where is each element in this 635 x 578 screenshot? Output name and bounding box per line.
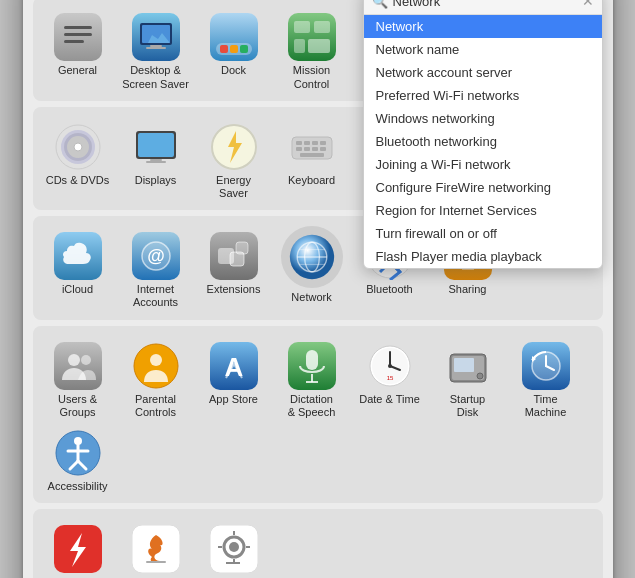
extensions-label: Extensions [207, 283, 261, 296]
users-label: Users &Groups [58, 393, 97, 419]
svg-rect-108 [146, 561, 166, 563]
search-icon: 🔍 [372, 0, 388, 9]
system-icons-grid: Users &Groups ParentalControls [39, 336, 597, 498]
svg-rect-7 [150, 45, 162, 47]
svg-rect-41 [320, 141, 326, 145]
accessibility-pref[interactable]: Accessibility [39, 423, 117, 497]
svg-rect-40 [312, 141, 318, 145]
timemachine-label: TimeMachine [525, 393, 567, 419]
network-highlight [281, 226, 343, 288]
svg-rect-35 [146, 161, 166, 163]
search-result-preferred-wifi[interactable]: Preferred Wi-Fi networks [364, 84, 602, 107]
svg-rect-46 [300, 153, 324, 157]
dictation-icon [288, 342, 336, 390]
search-result-flash-player[interactable]: Flash Player media playback [364, 245, 602, 268]
appstore-icon: A [210, 342, 258, 390]
accessibility-label: Accessibility [48, 480, 108, 493]
java-pref[interactable]: Java [117, 519, 195, 578]
search-result-region-internet[interactable]: Region for Internet Services [364, 199, 602, 222]
search-dropdown: 🔍 Network ✕ Network Network name Network… [363, 0, 603, 269]
svg-rect-73 [54, 342, 102, 390]
appstore-pref[interactable]: A App Store [195, 336, 273, 423]
displays-icon [132, 123, 180, 171]
clear-search-button[interactable]: ✕ [582, 0, 594, 9]
svg-point-74 [68, 354, 80, 366]
system-section: Users &Groups ParentalControls [33, 326, 603, 504]
desktop-label: Desktop &Screen Saver [122, 64, 189, 90]
datetime-icon: 15 [366, 342, 414, 390]
svg-rect-43 [304, 147, 310, 151]
internet-accounts-label: InternetAccounts [133, 283, 178, 309]
search-result-network-account-server[interactable]: Network account server [364, 61, 602, 84]
startup-pref[interactable]: StartupDisk [429, 336, 507, 423]
system-preferences-window: ‹ › ⊞ System Preferences 🔍 Network ✕ Net… [23, 0, 613, 578]
cds-pref[interactable]: CDs & DVDs [39, 117, 117, 204]
svg-point-92 [477, 373, 483, 379]
keyboard-label: Keyboard [288, 174, 335, 187]
datetime-pref[interactable]: 15 Date & Time [351, 336, 429, 423]
keyboard-pref[interactable]: Keyboard [273, 117, 351, 204]
dictation-pref[interactable]: Dictation& Speech [273, 336, 351, 423]
search-result-bluetooth-networking[interactable]: Bluetooth networking [364, 130, 602, 153]
svg-rect-93 [454, 358, 474, 372]
logitech-pref[interactable]: Control Center [195, 519, 273, 578]
appstore-label: App Store [209, 393, 258, 406]
search-result-network[interactable]: Network [364, 15, 602, 38]
displays-pref[interactable]: Displays [117, 117, 195, 204]
startup-icon [444, 342, 492, 390]
svg-rect-42 [296, 147, 302, 151]
svg-rect-15 [294, 21, 310, 33]
search-result-joining-wifi[interactable]: Joining a Wi-Fi network [364, 153, 602, 176]
timemachine-pref[interactable]: TimeMachine [507, 336, 585, 423]
dock-icon [210, 13, 258, 61]
logitech-icon [210, 525, 258, 573]
svg-rect-1 [64, 26, 92, 29]
search-results-list: Network Network name Network account ser… [364, 15, 602, 268]
search-result-firewall[interactable]: Turn firewall on or off [364, 222, 602, 245]
network-label: Network [291, 291, 331, 304]
keyboard-icon [288, 123, 336, 171]
dock-pref[interactable]: Dock [195, 7, 273, 94]
flashplayer-icon [54, 525, 102, 573]
svg-rect-39 [304, 141, 310, 145]
svg-rect-11 [220, 45, 228, 53]
mission-pref[interactable]: MissionControl [273, 7, 351, 94]
svg-rect-38 [296, 141, 302, 145]
parental-pref[interactable]: ParentalControls [117, 336, 195, 423]
search-result-firewire[interactable]: Configure FireWire networking [364, 176, 602, 199]
svg-rect-16 [314, 21, 330, 33]
sharing-label: Sharing [449, 283, 487, 296]
search-result-network-name[interactable]: Network name [364, 38, 602, 61]
datetime-label: Date & Time [359, 393, 420, 406]
general-pref[interactable]: General [39, 7, 117, 94]
parental-label: ParentalControls [135, 393, 176, 419]
mission-icon [288, 13, 336, 61]
svg-rect-14 [288, 13, 336, 61]
cds-label: CDs & DVDs [46, 174, 110, 187]
search-bar[interactable]: 🔍 Network ✕ [364, 0, 602, 15]
extensions-pref[interactable]: Extensions [195, 226, 273, 313]
users-pref[interactable]: Users &Groups [39, 336, 117, 423]
svg-point-30 [74, 143, 82, 151]
search-input[interactable]: Network [393, 0, 582, 9]
desktop-pref[interactable]: Desktop &Screen Saver [117, 7, 195, 94]
flashplayer-pref[interactable]: Flash Player [39, 519, 117, 578]
general-label: General [58, 64, 97, 77]
accessibility-icon [54, 429, 102, 477]
search-result-windows-networking[interactable]: Windows networking [364, 107, 602, 130]
energy-pref[interactable]: EnergySaver [195, 117, 273, 204]
network-pref[interactable]: Network [273, 226, 351, 313]
svg-rect-33 [138, 133, 174, 157]
svg-rect-3 [64, 40, 84, 43]
dock-label: Dock [221, 64, 246, 77]
energy-icon [210, 123, 258, 171]
general-icon [54, 13, 102, 61]
svg-rect-59 [236, 242, 248, 254]
internet-accounts-pref[interactable]: @ InternetAccounts [117, 226, 195, 313]
svg-rect-12 [230, 45, 238, 53]
svg-point-88 [388, 364, 392, 368]
svg-rect-44 [312, 147, 318, 151]
svg-rect-0 [54, 13, 102, 61]
icloud-pref[interactable]: iCloud [39, 226, 117, 313]
users-icon [54, 342, 102, 390]
